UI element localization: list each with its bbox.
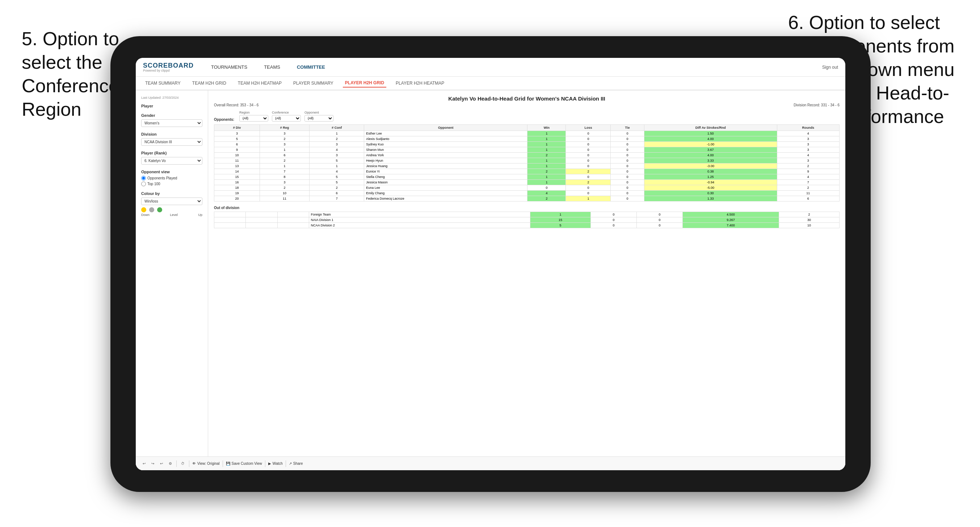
table-row: 16 3 5 Jessica Mason 1 2 0 -0.94 7 [214,180,840,185]
ood-table-row: Foreign Team 1 0 0 4.500 2 [214,212,840,217]
ood-cell-empty1 [214,217,246,223]
table-row: 18 2 2 Euna Lee 0 0 0 -5.00 2 [214,185,840,190]
ood-cell-rounds: 30 [779,217,840,223]
cell-tie: 0 [611,142,644,147]
ood-cell-empty2 [246,212,277,217]
cell-tie: 0 [611,180,644,185]
cell-reg: 3 [259,142,309,147]
ood-cell-tie: 0 [636,212,682,217]
cell-opponent: Andrea York [364,152,527,158]
cell-div: 9 [214,147,260,152]
save-icon: 💾 [226,462,230,465]
cell-opponent: Alexis Sudjianto [364,137,527,142]
cell-diff: 3.33 [644,158,777,163]
cell-win: 1 [527,180,566,185]
subnav-team-h2h-grid[interactable]: TEAM H2H GRID [190,79,228,87]
cell-win: 2 [527,169,566,175]
cell-opponent: Stella Cheng [364,175,527,180]
cell-reg: 2 [259,137,309,142]
cell-diff: 4.00 [644,152,777,158]
cell-tie: 0 [611,196,644,202]
ood-cell-diff: 9.267 [683,217,779,223]
subnav-team-summary[interactable]: TEAM SUMMARY [143,79,183,87]
subnav-player-h2h-grid[interactable]: PLAYER H2H GRID [343,79,386,87]
cell-diff: -5.00 [644,185,777,190]
cell-loss: 0 [566,131,611,137]
cell-win: 1 [527,163,566,169]
filter-conference-select[interactable]: (All) [272,115,301,122]
gender-select[interactable]: Women's [141,119,202,127]
col-div: # Div [214,125,260,131]
cell-rounds: 3 [777,147,839,152]
subnav-player-h2h-heatmap[interactable]: PLAYER H2H HEATMAP [393,79,446,87]
nav-teams[interactable]: TEAMS [261,63,283,71]
ood-cell-empty3 [277,217,309,223]
redo-btn[interactable]: ↪ [150,461,156,466]
view-icon: 👁 [192,462,196,465]
legend-level-label: Level [170,213,178,217]
cell-tie: 0 [611,185,644,190]
logo-main: SCOREBOARD [143,62,194,69]
cell-reg: 11 [259,196,309,202]
cell-tie: 0 [611,131,644,137]
cell-opponent: Federica Domecq Lacroze [364,196,527,202]
cell-conf: 5 [310,180,364,185]
radio-top-100[interactable]: Top 100 [141,182,202,186]
cell-diff: 4.00 [644,137,777,142]
sign-out[interactable]: Sign out [822,65,838,70]
subnav-team-h2h-heatmap[interactable]: TEAM H2H HEATMAP [235,79,284,87]
cell-reg: 1 [259,163,309,169]
cell-opponent: Sharon Mun [364,147,527,152]
division-label: Division [141,132,202,137]
undo-btn[interactable]: ↩ [141,461,147,466]
cell-tie: 0 [611,137,644,142]
player-rank-select[interactable]: 6. Katelyn Vo [141,157,202,165]
undo2-btn[interactable]: ↩ [159,461,164,466]
cell-rounds: 7 [777,180,839,185]
cell-rounds: 2 [777,185,839,190]
colour-label: Colour by [141,191,202,196]
cell-conf: 5 [310,158,364,163]
watch-action[interactable]: ▶ Watch [268,462,283,465]
filter-opponent-group: Opponent (All) [304,111,333,122]
cell-div: 11 [214,158,260,163]
nav-tournaments[interactable]: TOURNAMENTS [208,63,250,71]
bottom-toolbar: ↩ ↪ ↩ ⚙ ⏱ 👁 View: Original 💾 Save Custom… [136,457,845,470]
settings-btn[interactable]: ⚙ [167,461,173,466]
save-custom-view-action[interactable]: 💾 Save Custom View [226,462,262,465]
view-original-action[interactable]: 👁 View: Original [192,462,220,465]
out-of-division-table: Foreign Team 1 0 0 4.500 2 NAIA Division… [214,211,840,228]
cell-loss: 0 [566,185,611,190]
subnav-player-summary[interactable]: PLAYER SUMMARY [291,79,336,87]
clock-btn[interactable]: ⏱ [180,461,186,466]
legend-labels: Down Level Up [141,213,202,217]
radio-opponents-played-input[interactable] [141,176,146,181]
legend-down-label: Down [141,213,150,217]
toolbar-divider-3 [223,460,223,467]
logo-sub: Powered by clippd [143,69,194,72]
colour-select[interactable]: Win/loss [141,197,202,205]
cell-win: 1 [527,158,566,163]
radio-top-100-input[interactable] [141,182,146,186]
share-action[interactable]: ↗ Share [289,462,303,465]
ood-cell-empty2 [246,217,277,223]
nav-committee[interactable]: COMMITTEE [294,63,328,71]
ood-cell-empty1 [214,223,246,228]
filter-opponent-select[interactable]: (All) [304,115,333,122]
toolbar-divider-5 [286,460,286,467]
ood-table-row: NAIA Division 1 15 0 0 9.267 30 [214,217,840,223]
scoreboard-logo: SCOREBOARD Powered by clippd [143,62,194,72]
cell-conf: 4 [310,169,364,175]
cell-diff: 1.50 [644,131,777,137]
cell-reg: 1 [259,147,309,152]
radio-opponents-played[interactable]: Opponents Played [141,176,202,181]
division-select[interactable]: NCAA Division III [141,138,202,146]
cell-reg: 2 [259,185,309,190]
cell-opponent: Sydney Kuo [364,142,527,147]
cell-tie: 0 [611,190,644,196]
save-custom-view-label: Save Custom View [232,462,262,465]
cell-tie: 0 [611,147,644,152]
cell-loss: 0 [566,147,611,152]
filter-region-select[interactable]: (All) [239,115,268,122]
table-row: 13 1 1 Jessica Huang 1 0 0 -3.00 2 [214,163,840,169]
